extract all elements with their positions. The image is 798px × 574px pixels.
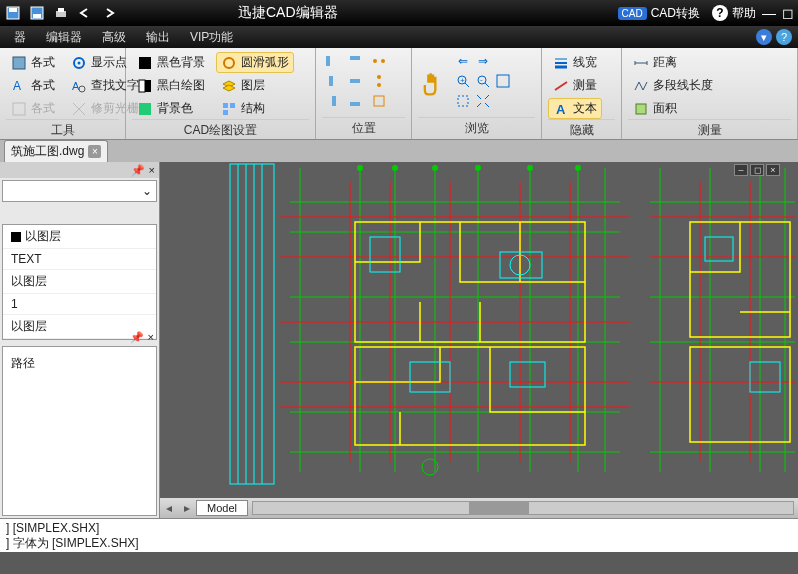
undo-icon[interactable] — [76, 4, 94, 22]
path-panel: 📌× 路径 — [2, 346, 157, 516]
tab-prev-icon[interactable]: ◂ — [160, 501, 178, 515]
file-tab[interactable]: 筑施工图.dwg × — [4, 140, 108, 162]
help-icon[interactable]: ? — [712, 5, 728, 21]
zoom-window-icon[interactable] — [454, 92, 472, 110]
menu-item-4[interactable]: VIP功能 — [180, 27, 243, 48]
svg-point-81 — [475, 165, 481, 171]
measure-button[interactable]: 测量 — [548, 75, 602, 96]
area-button[interactable]: 面积 — [628, 98, 718, 119]
smooth-arc-button[interactable]: 圆滑弧形 — [216, 52, 294, 73]
bg-color-button[interactable]: 背景色 — [132, 98, 210, 119]
svg-rect-18 — [223, 103, 228, 108]
svg-point-12 — [79, 86, 85, 92]
canvas-close-icon[interactable]: × — [766, 164, 780, 176]
svg-point-82 — [527, 165, 533, 171]
chevron-down-icon: ⌄ — [142, 184, 152, 198]
style-icon[interactable]: ▾ — [756, 29, 772, 45]
model-tab[interactable]: Model — [196, 500, 248, 516]
distance-button[interactable]: 距离 — [628, 52, 718, 73]
lineweight-button[interactable]: 线宽 — [548, 52, 602, 73]
ribbon-group-measure: 距离 多段线长度 面积 测量 — [622, 48, 798, 139]
svg-point-79 — [392, 165, 398, 171]
svg-rect-15 — [139, 80, 145, 92]
align-center-icon[interactable] — [322, 72, 340, 90]
svg-rect-37 — [458, 96, 468, 106]
save-as-icon[interactable] — [28, 4, 46, 22]
close-panel-icon[interactable]: × — [149, 164, 155, 176]
svg-rect-31 — [374, 96, 384, 106]
print-icon[interactable] — [52, 4, 70, 22]
fmt2-button[interactable]: A各式 — [6, 75, 60, 96]
menu-item-2[interactable]: 高级 — [92, 27, 136, 48]
align-right-icon[interactable] — [322, 92, 340, 110]
menu-item-1[interactable]: 编辑器 — [36, 27, 92, 48]
pan-icon[interactable] — [418, 70, 448, 100]
zoom-fit-icon[interactable] — [494, 72, 512, 90]
path-label: 路径 — [11, 356, 35, 370]
list-item[interactable]: 以图层 — [3, 225, 156, 249]
ribbon-group-cad-settings: 黑色背景 黑白绘图 背景色 圆滑弧形 图层 结构 CAD绘图设置 — [126, 48, 316, 139]
svg-point-78 — [357, 165, 363, 171]
arrow-left-icon[interactable]: ⇐ — [454, 52, 472, 70]
svg-point-28 — [381, 59, 385, 63]
info-icon[interactable]: ? — [776, 29, 792, 45]
dist-h-icon[interactable] — [370, 52, 388, 70]
list-item[interactable]: 1 — [3, 294, 156, 315]
zoom-out-icon[interactable]: - — [474, 72, 492, 90]
struct-button[interactable]: 结构 — [216, 98, 294, 119]
help-label[interactable]: 帮助 — [732, 5, 756, 22]
align-top-icon[interactable] — [346, 52, 364, 70]
minimize-button[interactable]: — — [762, 5, 776, 21]
svg-rect-22 — [329, 76, 333, 86]
drawing-canvas[interactable]: – ◻ × — [160, 162, 798, 518]
svg-point-83 — [575, 165, 581, 171]
redo-icon[interactable] — [100, 4, 118, 22]
ribbon: 各式 A各式 各式 显示点 A查找文字 修剪光栅 工具 黑色背景 黑白绘图 背景… — [0, 48, 798, 140]
svg-rect-19 — [230, 103, 235, 108]
align-left-icon[interactable] — [322, 52, 340, 70]
menu-bar: 器 编辑器 高级 输出 VIP功能 ▾ ? — [0, 26, 798, 48]
pin-icon[interactable]: 📌 — [131, 164, 145, 177]
list-item[interactable]: TEXT — [3, 249, 156, 270]
tab-next-icon[interactable]: ▸ — [178, 501, 196, 515]
zoom-extent-icon[interactable] — [474, 92, 492, 110]
command-log: ] [SIMPLEX.SHX] ] 字体为 [SIMPLEX.SHX] — [0, 518, 798, 552]
ribbon-group-label: 工具 — [6, 119, 119, 139]
dist-grid-icon[interactable] — [370, 92, 388, 110]
svg-rect-36 — [497, 75, 509, 87]
align-bot-icon[interactable] — [346, 92, 364, 110]
maximize-button[interactable]: ◻ — [782, 5, 794, 21]
h-scrollbar[interactable] — [252, 501, 794, 515]
svg-point-29 — [377, 75, 381, 79]
arrow-right-icon[interactable]: ⇒ — [474, 52, 492, 70]
ribbon-group-position: 位置 — [316, 48, 412, 139]
layer-button[interactable]: 图层 — [216, 75, 294, 96]
zoom-in-icon[interactable]: + — [454, 72, 472, 90]
canvas-min-icon[interactable]: – — [734, 164, 748, 176]
svg-point-27 — [373, 59, 377, 63]
close-icon-2[interactable]: × — [148, 331, 154, 344]
pin-icon-2[interactable]: 📌 — [130, 331, 144, 344]
menu-item-0[interactable]: 器 — [4, 27, 36, 48]
black-bg-button[interactable]: 黑色背景 — [132, 52, 210, 73]
bw-draw-button[interactable]: 黑白绘图 — [132, 75, 210, 96]
panel-dropdown[interactable]: ⌄ — [2, 180, 157, 202]
canvas-max-icon[interactable]: ◻ — [750, 164, 764, 176]
fmt3-button[interactable]: 各式 — [6, 98, 60, 119]
file-tab-strip: 筑施工图.dwg × — [0, 140, 798, 162]
close-tab-icon[interactable]: × — [88, 145, 101, 158]
polyline-length-button[interactable]: 多段线长度 — [628, 75, 718, 96]
ribbon-group-view: ⇐ ⇒ + - 浏览 — [412, 48, 542, 139]
fmt1-button[interactable]: 各式 — [6, 52, 60, 73]
save-icon[interactable] — [4, 4, 22, 22]
cad-convert-link[interactable]: CAD转换 — [651, 5, 700, 22]
svg-rect-8 — [13, 103, 25, 115]
align-mid-icon[interactable] — [346, 72, 364, 90]
menu-item-3[interactable]: 输出 — [136, 27, 180, 48]
dist-v-icon[interactable] — [370, 72, 388, 90]
cad-badge: CAD — [618, 7, 647, 20]
list-item[interactable]: 以图层 — [3, 270, 156, 294]
text-button[interactable]: A文本 — [548, 98, 602, 119]
svg-text:A: A — [13, 79, 21, 93]
cad-drawing — [160, 162, 798, 498]
